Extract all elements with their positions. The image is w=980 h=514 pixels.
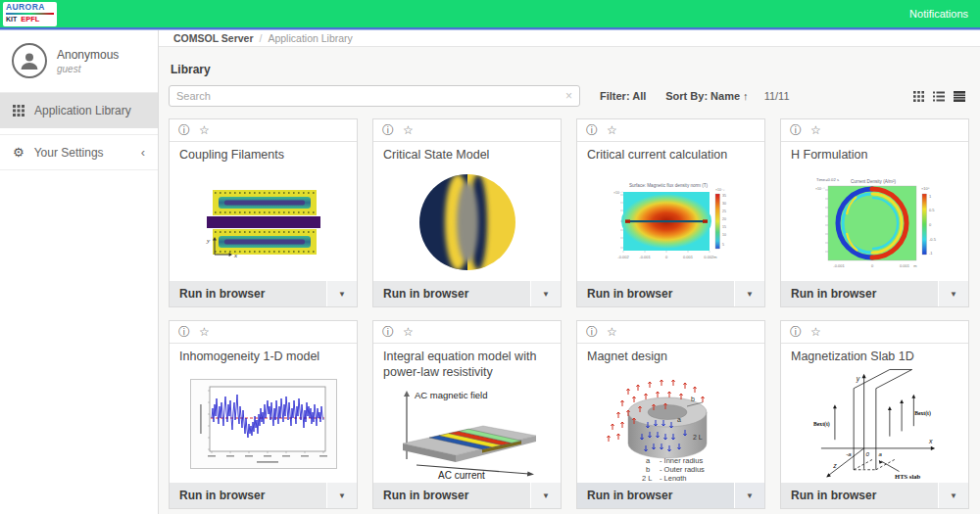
run-options-dropdown[interactable]: ▼ [939, 483, 968, 508]
b-marker: b [691, 396, 695, 402]
user-role: guest [57, 64, 119, 74]
user-name: Anonymous [57, 48, 119, 62]
app-card-magnetization-slab-1d: ⓘ ☆ Magnetization Slab 1D [780, 320, 969, 509]
colorbar-tick: 20 [722, 217, 726, 221]
run-in-browser-button[interactable]: Run in browser [373, 281, 530, 306]
caret-down-icon: ▼ [542, 491, 550, 500]
library-content: Library × Filter: All Sort By: Name ↑ 11… [159, 47, 980, 514]
app-card-critical-current-calculation: ⓘ ☆ Critical current calculation [576, 118, 765, 307]
search-box[interactable]: × [169, 85, 580, 107]
logo-aurora-text: AURORA [6, 3, 54, 12]
grid-view-icon[interactable] [913, 91, 924, 102]
a-marker: a [677, 416, 681, 423]
star-icon[interactable]: ☆ [607, 124, 617, 136]
run-options-dropdown[interactable]: ▼ [735, 281, 764, 306]
sort-control[interactable]: Sort By: Name ↑ [665, 90, 748, 102]
star-icon[interactable]: ☆ [403, 124, 414, 136]
app-thumbnail [373, 164, 561, 281]
info-icon[interactable]: ⓘ [586, 124, 598, 136]
star-icon[interactable]: ☆ [607, 326, 617, 338]
app-card-integral-equation-model: ⓘ ☆ Integral equation model with power-l… [372, 320, 562, 509]
caret-down-icon: ▼ [746, 290, 754, 299]
app-title: Magnetization Slab 1D [781, 344, 968, 366]
run-in-browser-button[interactable]: Run in browser [577, 281, 734, 306]
notifications-link[interactable]: Notifications [909, 8, 968, 20]
legend-key: a [646, 456, 651, 465]
logo-kit-text: KIT [6, 16, 17, 23]
run-options-dropdown[interactable]: ▼ [735, 483, 764, 508]
y-axis-exponent: ×10⁻⁴ [815, 187, 825, 191]
run-in-browser-button[interactable]: Run in browser [373, 483, 530, 508]
app-title: H Formulation [781, 142, 968, 164]
x-tick: 0 [664, 255, 667, 259]
plot-title: Current Density (A/m²) [851, 179, 896, 184]
app-thumbnail: y x [170, 164, 357, 281]
colorbar-tick: -0.5 [929, 237, 937, 242]
breadcrumb-separator: / [260, 32, 263, 44]
star-icon[interactable]: ☆ [810, 326, 821, 338]
app-thumbnail: Time=0.02 s Current Density (A/m²) ×10⁻⁴ [781, 164, 968, 281]
axis-y-label: y [855, 375, 859, 383]
info-icon[interactable]: ⓘ [382, 124, 394, 136]
x-tick: -0.001 [639, 255, 651, 259]
app-thumbnail [170, 366, 357, 483]
colorbar-tick: 10 [722, 233, 726, 237]
x-tick: 0.001 [682, 255, 693, 259]
colorbar-tick: 0.5 [929, 208, 935, 212]
star-icon[interactable]: ☆ [403, 326, 414, 338]
run-options-dropdown[interactable]: ▼ [327, 281, 357, 306]
legend-key: b [646, 465, 650, 474]
app-title: Integral equation model with power-law r… [373, 344, 561, 381]
info-icon[interactable]: ⓘ [790, 326, 802, 338]
app-thumbnail: Surface: Magnetic flux density norm (T) … [577, 164, 764, 281]
x-tick: 0.002m [704, 255, 717, 259]
colorbar-exponent: ×10⁻³ [715, 188, 725, 192]
legend-value: - Inner radius [660, 456, 703, 465]
star-icon[interactable]: ☆ [199, 124, 210, 136]
run-options-dropdown[interactable]: ▼ [531, 281, 561, 306]
application-grid: ⓘ ☆ Coupling Filaments [169, 118, 969, 509]
clear-search-icon[interactable]: × [565, 89, 572, 103]
current-label: AC current [438, 470, 485, 481]
list-view-icon[interactable] [933, 91, 945, 102]
logo-epfl-text: EPFL [21, 16, 39, 23]
caret-down-icon: ▼ [950, 491, 957, 500]
info-icon[interactable]: ⓘ [790, 124, 802, 136]
run-in-browser-button[interactable]: Run in browser [170, 483, 326, 508]
x-tick: -0.002 [617, 255, 629, 259]
app-card-coupling-filaments: ⓘ ☆ Coupling Filaments [169, 118, 358, 307]
axis-z-label: z [832, 462, 837, 469]
run-in-browser-button[interactable]: Run in browser [577, 483, 734, 508]
star-icon[interactable]: ☆ [810, 124, 821, 136]
star-icon[interactable]: ☆ [199, 326, 210, 338]
run-options-dropdown[interactable]: ▼ [327, 483, 357, 508]
sidebar-item-application-library[interactable]: Application Library [0, 92, 158, 128]
app-card-h-formulation: ⓘ ☆ H Formulation [780, 118, 969, 307]
colorbar-tick: 15 [722, 225, 726, 229]
info-icon[interactable]: ⓘ [178, 326, 190, 338]
app-title: Magnet design [577, 344, 764, 366]
run-options-dropdown[interactable]: ▼ [531, 483, 561, 508]
x-tick: m [913, 263, 917, 268]
x-tick: 0 [870, 263, 873, 268]
breadcrumb-root[interactable]: COMSOL Server [173, 32, 254, 44]
colorbar-tick: 0 [929, 222, 932, 227]
search-input[interactable] [176, 90, 565, 102]
field-label: AC magnetic field [415, 390, 487, 400]
info-icon[interactable]: ⓘ [586, 326, 598, 338]
filter-control[interactable]: Filter: All [600, 90, 646, 102]
legend-value: - Outer radius [660, 465, 705, 474]
run-in-browser-button[interactable]: Run in browser [170, 281, 326, 306]
run-options-dropdown[interactable]: ▼ [939, 281, 968, 306]
grid-icon [13, 105, 24, 117]
info-icon[interactable]: ⓘ [382, 326, 394, 338]
chevron-left-icon[interactable]: ‹ [141, 145, 145, 160]
sidebar-item-your-settings[interactable]: ⚙ Your Settings ‹ [0, 134, 158, 170]
x-tick: -0.001 [833, 263, 845, 268]
colorbar-tick: 5 [722, 243, 724, 247]
run-in-browser-button[interactable]: Run in browser [781, 483, 938, 508]
detail-view-icon[interactable] [954, 91, 965, 102]
info-icon[interactable]: ⓘ [178, 124, 190, 136]
run-in-browser-button[interactable]: Run in browser [781, 281, 938, 306]
caret-down-icon: ▼ [338, 491, 346, 500]
